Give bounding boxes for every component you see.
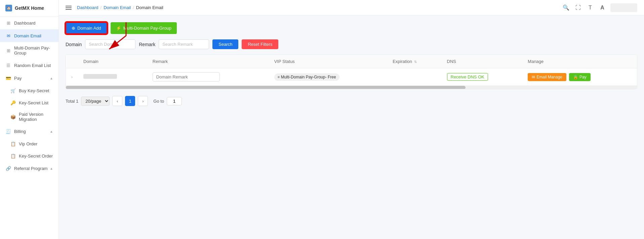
lock-icon: 🔒 [573, 75, 578, 79]
dashboard-icon: ⊞ [5, 20, 11, 26]
domain-search-input[interactable] [85, 39, 135, 49]
order-icon: 📋 [10, 153, 16, 159]
breadcrumb-item[interactable]: Domain Email [104, 5, 131, 10]
table-header-row: Domain Remark VIP Status Expiration ⇅ DN… [66, 55, 637, 68]
pay-button[interactable]: 🔒 Pay [569, 73, 591, 81]
row-remark-cell[interactable] [147, 68, 269, 86]
reset-filters-button[interactable]: Reset Filters [242, 39, 278, 49]
table-row: › Multi-Domain Pay-Group- Free [66, 68, 637, 86]
remark-search-input[interactable] [159, 39, 209, 49]
scrollbar-thumb[interactable] [66, 86, 466, 89]
remark-input[interactable] [153, 72, 220, 81]
domain-add-button[interactable]: ⊕ Domain Add [66, 22, 107, 34]
sidebar-section-label: Billing [14, 129, 26, 134]
goto-label: Go to [153, 99, 164, 104]
sidebar-item-multi-domain[interactable]: ⊞ Multi-Domain Pay-Group [0, 42, 58, 59]
goto-input[interactable] [167, 97, 182, 105]
remark-filter-label: Remark [139, 42, 155, 47]
chevron-up-icon: ▲ [50, 167, 53, 170]
domain-add-label: Domain Add [77, 26, 101, 31]
col-vip-status: VIP Status [269, 55, 388, 68]
sidebar-section-pay[interactable]: 💳 Pay ▲ [0, 72, 58, 84]
sort-icon[interactable]: ⇅ [414, 60, 417, 64]
sidebar: 🏠 GetMX Home ⊞ Dashboard ✉ Domain Email … [0, 0, 59, 239]
sidebar-sub-label: Paid Version Migration [19, 112, 53, 122]
col-expand [66, 55, 78, 68]
home-icon: 🏠 [5, 5, 12, 11]
sidebar-item-vip-order[interactable]: 📋 Vip Order [0, 138, 58, 150]
col-domain: Domain [78, 55, 147, 68]
plus-icon: ⊕ [72, 26, 75, 31]
expand-icon[interactable]: › [71, 75, 73, 79]
billing-icon: 🧾 [5, 128, 11, 134]
hamburger-button[interactable] [66, 6, 72, 10]
breadcrumb-current: Domain Email [136, 5, 163, 10]
email-icon: ✉ [5, 33, 11, 39]
lightning-icon: ⚡ [116, 26, 121, 31]
breadcrumb-separator: / [100, 5, 102, 10]
sidebar-sub-label: Vip Order [19, 141, 37, 146]
page-1-button[interactable]: 1 [125, 96, 135, 106]
sidebar-item-key-secret-order[interactable]: 📋 Key-Secret Order [0, 150, 58, 162]
breadcrumb-item[interactable]: Dashboard [77, 5, 98, 10]
sidebar-item-key-secret-list[interactable]: 🔑 Key-Secret List [0, 97, 58, 109]
migrate-icon: 📦 [10, 114, 16, 120]
sidebar-item-label: Multi-Domain Pay-Group [14, 45, 53, 56]
multi-domain-pay-group-button[interactable]: ⚡ Multi-Domain Pay-Group [111, 22, 177, 34]
multi-domain-label: Multi-Domain Pay-Group [123, 26, 171, 31]
row-vip-status-cell: Multi-Domain Pay-Group- Free [269, 68, 388, 86]
sidebar-logo-text: GetMX Home [15, 5, 44, 11]
key-icon: 🔑 [10, 100, 16, 106]
text-size-icon[interactable]: T [586, 4, 594, 12]
header-icons: 🔍 ⛶ T A [562, 3, 637, 12]
sidebar-item-label: Dashboard [14, 21, 36, 26]
buy-icon: 🛒 [10, 88, 16, 94]
search-button[interactable]: Search [212, 39, 238, 49]
sidebar-section-referral[interactable]: 🔗 Referral Program ▲ [0, 162, 58, 175]
domain-filter-label: Domain [66, 42, 82, 47]
col-manage: Manage [522, 55, 637, 68]
next-page-button[interactable]: › [138, 96, 148, 106]
sidebar-sub-label: Buy Key-Secret [19, 88, 49, 93]
email-manage-button[interactable]: ✉ Email Manage [528, 73, 566, 81]
pagination-total: Total 1 [66, 99, 78, 104]
user-avatar[interactable] [610, 3, 637, 12]
sidebar-item-buy-key-secret[interactable]: 🛒 Buy Key-Secret [0, 84, 58, 97]
list-icon: ☰ [5, 62, 11, 68]
sidebar-section-billing[interactable]: 🧾 Billing ▲ [0, 125, 58, 138]
col-dns: DNS [442, 55, 523, 68]
referral-icon: 🔗 [5, 165, 11, 171]
vip-status-badge: Multi-Domain Pay-Group- Free [274, 73, 339, 81]
sidebar-logo[interactable]: 🏠 GetMX Home [0, 0, 58, 16]
row-domain-cell [78, 68, 147, 86]
row-expand-cell[interactable]: › [66, 68, 78, 86]
sidebar-item-domain-email[interactable]: ✉ Domain Email [0, 29, 58, 42]
vip-icon: 📋 [10, 141, 16, 147]
row-manage-cell: ✉ Email Manage 🔒 Pay [522, 68, 637, 86]
chevron-up-icon: ▲ [50, 76, 53, 80]
search-icon[interactable]: 🔍 [562, 4, 570, 12]
domain-table-container: Domain Remark VIP Status Expiration ⇅ DN… [66, 55, 637, 89]
font-icon[interactable]: A [598, 4, 606, 12]
sidebar-section-label: Pay [14, 76, 22, 81]
sidebar-item-paid-version-migration[interactable]: 📦 Paid Version Migration [0, 109, 58, 125]
col-remark: Remark [147, 55, 269, 68]
pagination: Total 1 10/page 20/page 50/page ‹ 1 › Go… [66, 96, 637, 106]
grid-icon: ⊞ [5, 47, 11, 54]
col-expiration: Expiration ⇅ [387, 55, 441, 68]
sidebar-item-dashboard[interactable]: ⊞ Dashboard [0, 16, 58, 29]
dns-status-badge: Receive DNS OK [447, 73, 488, 81]
sidebar-item-random-email[interactable]: ☰ Random Email List [0, 59, 58, 72]
vip-status-text: Multi-Domain Pay-Group- Free [281, 75, 336, 79]
fullscreen-icon[interactable]: ⛶ [574, 4, 582, 12]
row-dns-cell: Receive DNS OK [442, 68, 523, 86]
page-content: ⊕ Domain Add ⚡ Multi-Domain Pay-Group [59, 15, 644, 239]
main-content: Dashboard / Domain Email / Domain Email … [59, 0, 644, 239]
prev-page-button[interactable]: ‹ [112, 96, 122, 106]
horizontal-scrollbar[interactable] [66, 86, 637, 89]
chevron-up-icon: ▲ [50, 130, 53, 133]
manage-actions: ✉ Email Manage 🔒 Pay [528, 73, 632, 81]
page-size-select[interactable]: 10/page 20/page 50/page [81, 97, 110, 106]
filter-row: Domain Remark Search Reset Filters [66, 39, 637, 49]
pay-label: Pay [579, 75, 587, 79]
